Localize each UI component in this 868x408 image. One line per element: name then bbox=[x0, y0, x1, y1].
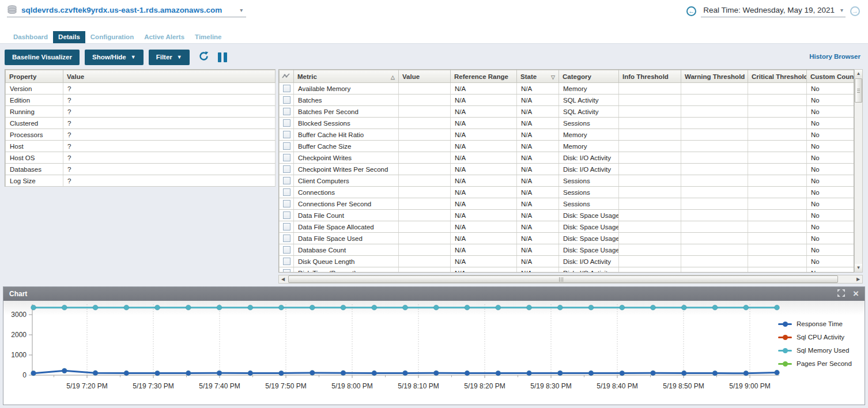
metric-row[interactable]: Checkpoint WritesN/AN/ADisk: I/O Activit… bbox=[280, 152, 854, 164]
tab-bar: Dashboard Details Configuration Active A… bbox=[0, 24, 868, 44]
metric-row[interactable]: Buffer Cache SizeN/AN/AMemoryNo bbox=[280, 141, 854, 152]
property-row[interactable]: Host? bbox=[6, 141, 276, 152]
filter-dropdown-button[interactable]: Filter ▼ bbox=[149, 50, 190, 65]
pause-icon[interactable] bbox=[218, 52, 227, 62]
metric-checkbox[interactable] bbox=[283, 223, 290, 231]
metric-row[interactable]: Disk Queue LengthN/AN/ADisk: I/O Activit… bbox=[280, 256, 854, 267]
metric-checkbox[interactable] bbox=[283, 269, 290, 273]
metric-warning-threshold-cell bbox=[681, 210, 748, 221]
vertical-scrollbar[interactable]: ▲ ▼ bbox=[854, 69, 863, 273]
series-point-response-time bbox=[496, 371, 501, 376]
metric-checkbox[interactable] bbox=[283, 177, 290, 184]
metric-row[interactable]: Connections Per SecondN/AN/ASessionsNo bbox=[280, 198, 854, 210]
property-row[interactable]: Version? bbox=[6, 83, 276, 95]
property-value-cell: ? bbox=[63, 106, 276, 118]
property-col-header[interactable]: Value bbox=[63, 70, 276, 83]
scroll-left-arrow[interactable]: ◀ bbox=[279, 275, 287, 283]
tab-configuration[interactable]: Configuration bbox=[85, 31, 139, 43]
property-row[interactable]: Running? bbox=[6, 106, 276, 118]
metric-row[interactable]: Blocked SessionsN/AN/ASessionsNo bbox=[280, 118, 854, 129]
time-forward-button[interactable]: → bbox=[850, 6, 860, 16]
metric-checkbox[interactable] bbox=[283, 119, 290, 127]
metric-row[interactable]: Checkpoint Writes Per SecondN/AN/ADisk: … bbox=[280, 164, 854, 175]
metric-row[interactable]: Data File Space AllocatedN/AN/ADisk: Spa… bbox=[280, 221, 854, 233]
metrics-grid-viewport: Metric△ValueReference RangeState▽Categor… bbox=[278, 69, 854, 273]
vertical-scroll-thumb[interactable] bbox=[855, 78, 862, 103]
metric-checkbox-cell bbox=[280, 244, 294, 256]
tab-timeline[interactable]: Timeline bbox=[190, 31, 227, 43]
property-row[interactable]: Host OS? bbox=[6, 152, 276, 164]
metric-checkbox[interactable] bbox=[283, 258, 290, 265]
x-tick-label: 5/19 8:00 PM bbox=[331, 382, 372, 390]
history-browser-link[interactable]: History Browser bbox=[809, 53, 861, 60]
scroll-down-arrow[interactable]: ▼ bbox=[855, 264, 862, 272]
metric-checkbox[interactable] bbox=[283, 142, 290, 150]
metric-name-cell: Client Computers bbox=[294, 175, 399, 187]
metric-row[interactable]: Disk Time (Percent)N/AN/ADisk: I/O Activ… bbox=[280, 267, 854, 273]
metric-state-cell: N/A bbox=[517, 198, 559, 210]
metric-row[interactable]: Available MemoryN/AN/AMemoryNo bbox=[280, 83, 854, 95]
metric-row[interactable]: Client ComputersN/AN/ASessionsNo bbox=[280, 175, 854, 187]
metric-info-threshold-cell bbox=[619, 141, 681, 152]
property-row[interactable]: Databases? bbox=[6, 164, 276, 175]
metric-checkbox[interactable] bbox=[283, 188, 290, 196]
property-name-cell: Log Size bbox=[6, 175, 63, 187]
metric-row[interactable]: Database CountN/AN/ADisk: Space UsageNo bbox=[280, 244, 854, 256]
scroll-right-arrow[interactable]: ▶ bbox=[854, 275, 862, 283]
metric-row[interactable]: BatchesN/AN/ASQL ActivityNo bbox=[280, 95, 854, 106]
metric-row[interactable]: Data File CountN/AN/ADisk: Space UsageNo bbox=[280, 210, 854, 221]
metric-select-col-header[interactable] bbox=[280, 70, 294, 83]
scroll-up-arrow[interactable]: ▲ bbox=[855, 70, 862, 78]
chevron-down-icon[interactable]: ▾ bbox=[240, 7, 243, 13]
metrics-col-header[interactable]: Reference Range bbox=[451, 70, 517, 83]
horizontal-scrollbar[interactable]: ◀ ▶ bbox=[278, 275, 863, 284]
series-point-response-time bbox=[744, 371, 749, 376]
metric-checkbox[interactable] bbox=[283, 200, 290, 207]
metric-checkbox[interactable] bbox=[283, 85, 290, 92]
metric-row[interactable]: Data File Space UsedN/AN/ADisk: Space Us… bbox=[280, 233, 854, 244]
series-point-response-time bbox=[93, 371, 98, 376]
metric-checkbox[interactable] bbox=[283, 154, 290, 161]
metric-checkbox[interactable] bbox=[283, 96, 290, 104]
time-mode-selector[interactable]: Real Time: Wednesday, May 19, 2021 ▾ bbox=[701, 5, 846, 17]
show-hide-dropdown-button[interactable]: Show/Hide ▼ bbox=[85, 50, 144, 65]
metrics-col-header[interactable]: Value bbox=[399, 70, 451, 83]
metrics-col-header[interactable]: Info Threshold bbox=[619, 70, 681, 83]
tab-dashboard[interactable]: Dashboard bbox=[8, 31, 53, 43]
property-row[interactable]: Clustered? bbox=[6, 118, 276, 129]
metric-row[interactable]: Buffer Cache Hit RatioN/AN/AMemoryNo bbox=[280, 129, 854, 141]
metric-value-cell bbox=[399, 95, 451, 106]
metric-info-threshold-cell bbox=[619, 210, 681, 221]
metrics-col-header[interactable]: Warning Threshold bbox=[681, 70, 748, 83]
tab-active-alerts[interactable]: Active Alerts bbox=[139, 31, 190, 43]
chart-close-icon[interactable]: × bbox=[853, 289, 859, 299]
metric-checkbox[interactable] bbox=[283, 211, 290, 219]
metric-checkbox[interactable] bbox=[283, 246, 290, 254]
time-back-button[interactable]: ← bbox=[686, 6, 696, 16]
tab-details[interactable]: Details bbox=[53, 31, 85, 43]
chart-panel-header[interactable]: Chart × bbox=[3, 287, 865, 301]
series-point-sql-memory-used bbox=[557, 305, 563, 310]
horizontal-scroll-thumb[interactable] bbox=[288, 275, 838, 283]
metric-state-cell: N/A bbox=[517, 141, 559, 152]
property-col-header[interactable]: Property bbox=[6, 70, 63, 83]
property-row[interactable]: Edition? bbox=[6, 95, 276, 106]
metric-row[interactable]: Batches Per SecondN/AN/ASQL ActivityNo bbox=[280, 106, 854, 118]
chart-restore-icon[interactable] bbox=[837, 289, 845, 299]
server-selector[interactable]: sqldevrds.czvftek9yrdx.us-east-1.rds.ama… bbox=[7, 5, 246, 17]
metric-checkbox[interactable] bbox=[283, 108, 290, 115]
baseline-visualizer-button[interactable]: Baseline Visualizer bbox=[5, 50, 80, 65]
refresh-icon[interactable] bbox=[198, 51, 209, 64]
metrics-col-header[interactable]: Category bbox=[559, 70, 619, 83]
property-row[interactable]: Log Size? bbox=[6, 175, 276, 187]
metric-info-threshold-cell bbox=[619, 95, 681, 106]
property-row[interactable]: Processors? bbox=[6, 129, 276, 141]
metric-checkbox[interactable] bbox=[283, 235, 290, 242]
metrics-col-header[interactable]: Metric△ bbox=[294, 70, 399, 83]
metric-checkbox[interactable] bbox=[283, 131, 290, 138]
metrics-col-header[interactable]: Critical Threshold bbox=[748, 70, 807, 83]
metric-checkbox[interactable] bbox=[283, 165, 290, 173]
metrics-col-header[interactable]: State▽ bbox=[517, 70, 559, 83]
metric-row[interactable]: ConnectionsN/AN/ASessionsNo bbox=[280, 187, 854, 198]
metrics-col-header[interactable]: Custom Counter bbox=[807, 70, 854, 83]
